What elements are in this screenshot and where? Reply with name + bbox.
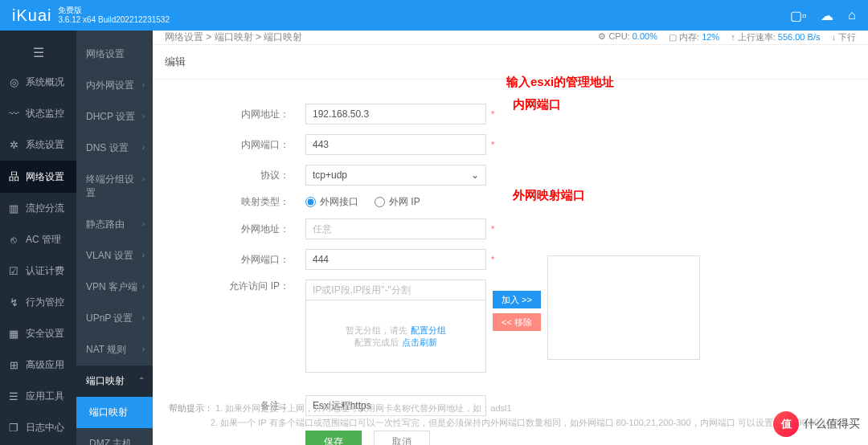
nav1-item-icon: ☑ [8,265,19,277]
intranet-addr-label: 内网地址： [217,108,305,121]
nav1-item[interactable]: 〰状态监控 [0,98,76,129]
nav1-item-label: 网络设置 [26,170,64,184]
nav-collapse-icon[interactable]: ☰ [0,39,76,67]
nav1-item-label: 认证计费 [26,264,64,278]
nav1-item[interactable]: ▦安全设置 [0,318,76,349]
nav2-subitem[interactable]: DMZ 主机 [76,428,153,445]
nav2-item[interactable]: 网络设置 [76,39,153,70]
nav1-item[interactable]: ◎系统概况 [0,67,76,98]
breadcrumb: 网络设置 > 端口映射 > 端口映射 [165,31,302,44]
chevron-right-icon: › [142,112,145,120]
nav1-item-icon: ❐ [8,422,19,434]
chevron-right-icon: › [142,143,145,152]
nav1-item[interactable]: 品网络设置 [0,161,76,193]
version-build: 3.6.12 x64 Build202212231532 [58,15,169,25]
chevron-down-icon: ⌃ [138,376,145,385]
nav2-item[interactable]: 内外网设置› [76,70,153,101]
nav1-item[interactable]: ☑认证计费 [0,255,76,287]
header-icons: ▢▫ ☁ ⌂ [790,8,856,23]
secondary-nav: 网络设置内外网设置›DHCP 设置›DNS 设置›终端分组设置›静态路由›VLA… [76,31,153,445]
nav2-item[interactable]: UPnP 设置› [76,303,153,334]
intranet-port-input[interactable] [305,134,486,155]
nav1-item[interactable]: ☰应用工具 [0,381,76,412]
nav2-item[interactable]: VLAN 设置› [76,240,153,271]
map-type-interface-radio[interactable]: 外网接口 [305,195,358,209]
nav1-item-label: 系统概况 [26,76,64,89]
extranet-addr-input[interactable] [305,218,486,239]
selected-ip-box[interactable] [547,255,700,360]
nav2-item[interactable]: DNS 设置› [76,133,153,164]
nav2-item[interactable]: NAT 规则› [76,334,153,365]
nav2-item[interactable]: 静态路由› [76,209,153,240]
nav2-subitem[interactable]: 端口映射 [76,397,153,428]
intranet-addr-input[interactable] [305,104,486,125]
extranet-port-label: 外网端口： [217,253,305,267]
allow-ip-label: 允许访问 IP： [217,280,305,293]
nav1-item-label: 日志中心 [26,421,64,435]
nav1-item-icon: ⎋ [8,234,19,246]
nav1-item-icon: ↯ [8,296,19,308]
remove-button[interactable]: << 移除 [493,313,541,331]
nav1-item[interactable]: ⊞高级应用 [0,349,76,381]
config-group-link[interactable]: 配置分组 [411,325,446,335]
intranet-port-label: 内网端口： [217,138,305,152]
map-type-label: 映射类型： [217,195,305,209]
transfer-buttons: 加入 >> << 移除 [493,280,541,331]
home-icon[interactable]: ⌂ [848,8,856,22]
watermark-badge: 值 什么值得买 [773,411,860,437]
protocol-select[interactable]: tcp+udp ⌄ [305,165,486,186]
annotation-intranet-port: 内网端口 [513,97,561,112]
nav1-item-icon: ▦ [8,328,19,340]
nav1-item[interactable]: ⎋AC 管理 [0,224,76,255]
nav1-item[interactable]: ▥流控分流 [0,193,76,224]
chevron-right-icon: › [142,219,145,228]
chevron-right-icon: › [142,345,145,353]
logo: iKuai [12,6,51,25]
refresh-link[interactable]: 点击刷新 [402,337,437,347]
nav1-item-label: 行为管控 [26,296,64,309]
chevron-right-icon: › [142,313,145,322]
nav1-item-label: 状态监控 [26,107,64,120]
map-type-ip-radio[interactable]: 外网 IP [375,195,420,209]
nav1-item-label: 高级应用 [26,358,64,372]
version-caption: 免费版 [58,6,169,15]
cloud-icon[interactable]: ☁ [821,8,833,23]
watermark-text: 什么值得买 [804,417,860,431]
status-bar: ⚙ CPU: 0.00% ▢ 内存: 12% ↑ 上行速率: 556.00 B/… [598,31,856,43]
main-content: 网络设置 > 端口映射 > 端口映射 ⚙ CPU: 0.00% ▢ 内存: 12… [153,31,868,445]
primary-nav: ☰ ◎系统概况〰状态监控✲系统设置品网络设置▥流控分流⎋AC 管理☑认证计费↯行… [0,31,76,445]
nav1-item-label: 系统设置 [26,138,64,152]
nav1-item[interactable]: ↯行为管控 [0,287,76,318]
nav1-item-icon: ⊞ [8,359,19,371]
chevron-right-icon: › [142,282,145,291]
chevron-right-icon: › [142,251,145,259]
down-speed-status: ↓ 下行 [831,31,856,43]
nav1-item[interactable]: ✲系统设置 [0,129,76,161]
map-type-radios: 外网接口 外网 IP [305,195,420,209]
nav1-item-label: 应用工具 [26,390,64,403]
chevron-down-icon: ⌄ [471,169,479,181]
nav1-item[interactable]: ❐日志中心 [0,412,76,443]
required-star: * [491,224,494,234]
up-speed-status: ↑ 上行速率: 556.00 B/s [731,31,820,43]
nav1-item-icon: ◎ [8,76,19,88]
cpu-status: ⚙ CPU: 0.00% [598,31,657,43]
required-star: * [491,109,494,119]
nav1-item-label: 流控分流 [26,202,64,215]
nav2-item-active[interactable]: 端口映射⌃ [76,365,153,397]
nav1-item-icon: 品 [8,169,19,184]
extranet-addr-label: 外网地址： [217,222,305,236]
apps-icon[interactable]: ▢▫ [790,8,807,23]
nav2-item[interactable]: DHCP 设置› [76,101,153,133]
allow-ip-input[interactable] [305,280,486,300]
required-star: * [491,255,494,264]
add-button[interactable]: 加入 >> [493,291,541,308]
group-select-box[interactable]: 暂无分组，请先 配置分组 配置完成后 点击刷新 [305,300,486,373]
annotation-extranet-port: 外网映射端口 [513,188,585,203]
nav2-item[interactable]: VPN 客户端› [76,271,153,303]
annotation-intranet-addr: 输入esxi的管理地址 [506,75,614,90]
nav1-item-icon: ✲ [8,139,19,151]
nav2-item[interactable]: 终端分组设置› [76,164,153,209]
required-star: * [491,140,494,149]
extranet-port-input[interactable] [305,249,486,270]
